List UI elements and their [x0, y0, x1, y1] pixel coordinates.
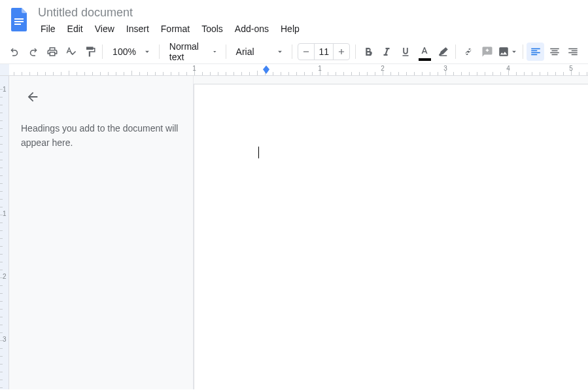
svg-rect-0	[14, 18, 24, 20]
toolbar: 100% Normal text Arial	[0, 39, 588, 64]
separator	[523, 45, 523, 59]
v-ruler-num: 1	[3, 210, 7, 217]
bold-button[interactable]	[359, 43, 377, 61]
menu-tools[interactable]: Tools	[196, 21, 228, 37]
separator	[226, 45, 226, 59]
h-ruler-track: 1 1 2 3 4 5	[9, 64, 588, 75]
text-cursor	[258, 147, 259, 158]
paint-format-button[interactable]	[81, 43, 99, 61]
svg-rect-1	[14, 21, 24, 22]
redo-button[interactable]	[25, 43, 43, 61]
menu-help[interactable]: Help	[275, 21, 305, 37]
menu-format[interactable]: Format	[156, 21, 195, 37]
doc-title[interactable]: Untitled document	[35, 4, 305, 21]
separator	[355, 45, 356, 59]
paragraph-style-dropdown[interactable]: Normal text	[163, 43, 222, 61]
vertical-ruler[interactable]: 1 1 2 3	[0, 76, 9, 389]
menu-bar: File Edit View Insert Format Tools Add-o…	[35, 21, 305, 37]
font-size-stepper	[298, 43, 350, 60]
font-family-value: Arial	[236, 46, 254, 57]
highlight-button[interactable]	[435, 43, 453, 61]
docs-logo[interactable]	[7, 7, 33, 33]
menu-insert[interactable]: Insert	[121, 21, 154, 37]
v-ruler-num: 3	[3, 336, 7, 343]
zoom-value: 100%	[112, 46, 136, 57]
text-color-indicator	[419, 58, 431, 61]
spellcheck-button[interactable]	[62, 43, 80, 61]
undo-button[interactable]	[6, 43, 24, 61]
insert-comment-button[interactable]	[478, 43, 496, 61]
chevron-down-icon	[143, 47, 152, 56]
align-center-button[interactable]	[545, 43, 563, 61]
font-size-increase[interactable]	[334, 44, 349, 60]
workspace: 1 1 2 3 Headings you add to the document…	[0, 76, 588, 389]
separator	[292, 45, 292, 59]
ruler-corner	[0, 64, 9, 75]
text-color-button[interactable]	[416, 43, 434, 61]
arrow-left-icon	[26, 90, 40, 104]
page[interactable]	[194, 84, 588, 389]
print-button[interactable]	[44, 43, 61, 61]
outline-panel: Headings you add to the document will ap…	[9, 76, 194, 389]
menu-addons[interactable]: Add-ons	[230, 21, 274, 37]
menu-view[interactable]: View	[90, 21, 120, 37]
menu-edit[interactable]: Edit	[62, 21, 88, 37]
font-size-input[interactable]	[314, 44, 334, 60]
underline-button[interactable]	[397, 43, 415, 61]
separator	[455, 45, 456, 59]
separator	[159, 45, 160, 59]
zoom-dropdown[interactable]: 100%	[106, 43, 156, 61]
svg-rect-2	[14, 24, 21, 25]
separator	[102, 45, 103, 59]
font-size-decrease[interactable]	[298, 44, 314, 60]
italic-button[interactable]	[378, 43, 396, 61]
align-right-button[interactable]	[564, 43, 582, 61]
chevron-down-icon	[510, 47, 519, 56]
document-canvas[interactable]	[194, 76, 588, 389]
v-ruler-num: 1	[3, 86, 7, 93]
v-ruler-num: 2	[3, 273, 7, 280]
chevron-down-icon	[211, 47, 218, 56]
font-family-dropdown[interactable]: Arial	[230, 43, 289, 61]
outline-collapse-button[interactable]	[21, 85, 44, 109]
insert-link-button[interactable]	[459, 43, 477, 61]
menu-file[interactable]: File	[35, 21, 61, 37]
insert-image-button[interactable]	[497, 43, 520, 61]
chevron-down-icon	[275, 47, 285, 56]
horizontal-ruler[interactable]: 1 1 2 3 4 5	[0, 64, 588, 76]
header-bar: Untitled document File Edit View Insert …	[0, 0, 588, 37]
outline-empty-hint: Headings you add to the document will ap…	[21, 122, 181, 150]
paragraph-style-value: Normal text	[169, 41, 205, 62]
align-left-button[interactable]	[527, 43, 544, 61]
left-indent-marker[interactable]	[263, 69, 269, 74]
